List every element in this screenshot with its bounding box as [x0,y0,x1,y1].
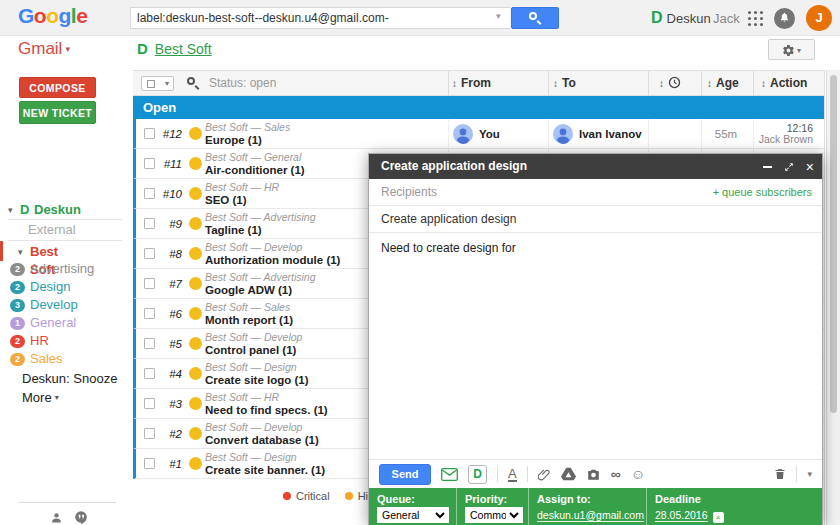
row-checkbox[interactable] [144,218,155,229]
emoji-icon[interactable]: ☺ [631,467,645,481]
compose-header[interactable]: Create application design × [369,154,822,179]
row-checkbox[interactable] [144,248,155,259]
logo-letter: o [34,4,46,27]
ticket-row[interactable]: #12 Best Soft — Sales Europe (1) You Iva… [133,119,824,149]
deskun-extension[interactable]: DDeskun [651,9,711,27]
assign-value[interactable]: deskun.u1@gmail.com [537,509,644,522]
row-checkbox[interactable] [144,428,155,439]
sidebar-label-item[interactable]: 2 Sales [0,350,130,368]
column-header-age[interactable]: ↕Age [707,71,739,96]
column-header-from[interactable]: ↕From [452,71,491,96]
row-checkbox[interactable] [144,398,155,409]
priority-select[interactable]: Common [465,507,523,523]
popout-icon[interactable] [784,162,794,172]
sort-icon: ↕ [707,78,712,89]
sidebar-item-snooze[interactable]: Deskun: Snooze [22,371,117,386]
page-title[interactable]: Best Soft [155,41,212,57]
logo-letter: g [59,4,71,27]
close-icon[interactable]: × [806,160,814,174]
contacts-person-icon[interactable] [50,510,63,525]
compose-button[interactable]: COMPOSE [19,77,96,98]
track-email-icon[interactable] [441,468,458,481]
gmail-menu[interactable]: Gmail▾ [18,39,70,59]
ticket-action: 12:16 Jack Brown [749,123,819,145]
label-name: HR [30,332,49,350]
user-name[interactable]: Jack [713,11,740,26]
more-options-caret-icon[interactable]: ▾ [807,469,812,479]
select-all-button[interactable]: ▾ [141,76,174,91]
more-label: More [22,390,52,405]
insert-photo-icon[interactable] [586,468,601,481]
row-checkbox[interactable] [144,308,155,319]
row-checkbox[interactable] [144,458,155,469]
subheader: Gmail▾ DBest Soft ▾ [0,37,840,62]
search-button[interactable] [511,7,559,29]
hangouts-icon[interactable] [74,510,88,525]
google-logo[interactable]: Google [18,4,87,28]
column-header-to[interactable]: ↕To [553,71,576,96]
chevron-down-icon[interactable]: ▾ [8,201,13,219]
sidebar-nav-item[interactable] [0,163,130,182]
deskun-label: Deskun [667,11,711,26]
apps-grid-icon[interactable] [748,11,764,27]
formatting-options-icon[interactable]: A [508,467,517,482]
drive-icon[interactable] [561,467,576,481]
sidebar-label-item[interactable]: 1 General [0,314,130,332]
queue-subscribers-link[interactable]: + queue subscribers [713,179,812,205]
search-input[interactable] [130,7,510,29]
settings-button[interactable]: ▾ [768,39,815,60]
new-ticket-button[interactable]: NEW TICKET [19,101,96,124]
row-checkbox[interactable] [144,188,155,199]
send-button[interactable]: Send [379,464,431,485]
insert-link-icon[interactable]: ∞ [611,467,621,481]
priority-dot-icon [189,217,202,230]
queue-label: Queue: [377,493,448,505]
ticket-subject: Air-conditioner (1) [205,164,305,177]
minimize-icon[interactable] [763,166,772,168]
ticket-text: Best Soft — Develop Convert database (1) [205,421,319,447]
column-header-action[interactable]: ↕Action [761,71,807,96]
ticket-queue: Best Soft — Sales [205,301,293,314]
priority-dot-icon [189,277,202,290]
status-filter[interactable]: Status: open [209,71,276,96]
sidebar-label-item[interactable]: 3 Develop [0,296,130,314]
row-checkbox[interactable] [144,128,155,139]
message-body[interactable]: Need to create design for [369,233,822,459]
deskun-toggle-button[interactable]: D [468,465,487,484]
sidebar-nav-item[interactable] [0,144,130,163]
sidebar-item-external[interactable]: External [28,222,76,237]
notifications-bell-icon[interactable] [774,8,795,29]
trash-icon[interactable] [774,467,786,481]
sidebar-label-item[interactable]: 2 Design [0,278,130,296]
column-header-deadline[interactable]: ↕ [659,71,681,96]
sidebar-item-more[interactable]: More▾ [22,390,59,405]
ticket-subject: Tagline (1) [205,224,316,237]
clear-deadline-icon[interactable]: × [713,512,724,523]
filter-search-icon[interactable] [187,77,195,85]
divider [18,502,116,503]
ticket-id: #8 [156,239,182,269]
sidebar-nav-item[interactable] [0,125,130,144]
row-checkbox[interactable] [144,158,155,169]
scrollbar-track[interactable] [826,70,840,525]
deskun-logo-icon: D [651,9,663,26]
sidebar-label-item[interactable]: 2 Advertising [0,260,130,278]
sidebar-label-item[interactable]: 2 HR [0,332,130,350]
recipients-field[interactable]: Recipients + queue subscribers [369,179,822,206]
queue-select[interactable]: General [377,507,449,523]
label-count-badge: 3 [10,299,25,312]
row-checkbox[interactable] [144,278,155,289]
search-options-caret-icon[interactable]: ▾ [496,11,501,21]
chevron-down-icon[interactable]: ▾ [18,243,23,261]
sidebar-nav-item[interactable] [0,182,130,201]
scrollbar-thumb[interactable] [830,75,837,413]
attach-file-icon[interactable] [538,467,551,482]
deadline-value[interactable]: 28.05.2016 [655,509,708,522]
subject-field[interactable]: Create application design [369,206,822,233]
row-checkbox[interactable] [144,338,155,349]
compose-toolbar: Send D A ∞ ☺ ▾ [369,459,822,488]
row-checkbox[interactable] [144,368,155,379]
ticket-queue: Best Soft — Develop [205,241,340,254]
avatar[interactable]: J [806,5,832,31]
ticket-queue: Best Soft — HR [205,181,279,194]
